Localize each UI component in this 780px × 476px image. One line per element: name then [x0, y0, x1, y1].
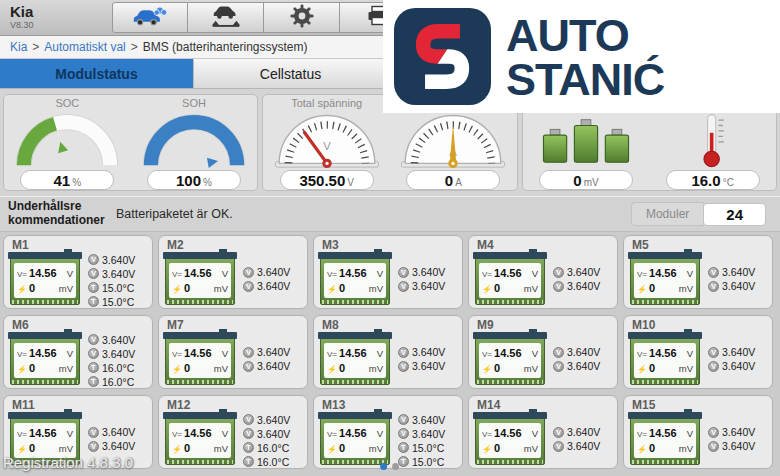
module-card[interactable]: M2 V= 14.56 V ⚡ 0 mV V3.640VV3.6: [158, 235, 308, 309]
module-current-unit: mV: [369, 363, 383, 374]
soh-value-box: 100 %: [147, 170, 241, 190]
module-name: M11: [8, 398, 148, 413]
module-current-row: ⚡ 0 mV: [637, 282, 693, 294]
module-name: M13: [318, 398, 458, 413]
module-readout: V= 14.56 V ⚡ 0 mV: [14, 263, 76, 298]
module-card[interactable]: M8 V= 14.56 V ⚡ 0 mV V3.640VV3.6: [313, 315, 463, 389]
lightning-bolt-icon: ⚡: [327, 285, 337, 294]
module-card[interactable]: M3 V= 14.56 V ⚡ 0 mV V3.640VV3.6: [313, 235, 463, 309]
module-card[interactable]: M5 V= 14.56 V ⚡ 0 mV V3.640VV3.6: [623, 235, 773, 309]
temp-max-icon: T: [88, 282, 99, 293]
module-voltage-row: V= 14.56 V: [172, 267, 228, 279]
module-stat-row: V3.640V: [243, 427, 303, 440]
module-stat-value: 3.640V: [722, 360, 755, 372]
busbar-icon: [318, 332, 392, 339]
page-dot-active[interactable]: [380, 463, 387, 470]
current-unit: A: [455, 177, 462, 188]
module-stat-value: 3.640V: [257, 280, 290, 292]
module-stat-value: 15.0°C: [102, 296, 134, 308]
module-voltage-row: V= 14.56 V: [637, 347, 693, 359]
module-voltage-row: V= 14.56 V: [327, 347, 383, 359]
total-voltage-unit: V: [347, 177, 354, 188]
breadcrumb-section[interactable]: Automatiskt val: [44, 40, 125, 54]
battery-module-image: V= 14.56 V ⚡ 0 mV: [630, 333, 700, 385]
module-stat-value: 3.640V: [722, 280, 755, 292]
module-stat-value: 3.640V: [412, 280, 445, 292]
registration-watermark: Registration 4.8.3.0: [3, 454, 133, 471]
lightning-bolt-icon: ⚡: [17, 365, 27, 374]
settings-button[interactable]: [264, 2, 340, 33]
module-card-body: V= 14.56 V ⚡ 0 mV V3.640VV3.640V: [163, 333, 303, 385]
module-current: 0: [29, 442, 35, 454]
module-stat-row: V3.640V: [398, 413, 458, 426]
cell-vmax-icon: V: [243, 414, 254, 425]
module-readout: V= 14.56 V ⚡ 0 mV: [634, 263, 696, 298]
module-current: 0: [494, 282, 500, 294]
module-stat-row: T15.0°C: [88, 295, 148, 308]
module-voltage-unit: V: [377, 268, 383, 279]
battery-module-image: V= 14.56 V ⚡ 0 mV: [475, 253, 545, 305]
breadcrumb-separator: >: [32, 40, 39, 54]
module-stat-row: V3.640V: [88, 347, 148, 360]
module-voltage: 14.56: [184, 267, 212, 279]
module-card[interactable]: M14 V= 14.56 V ⚡ 0 mV V3.640VV3.: [468, 395, 618, 469]
page-dot[interactable]: [392, 463, 399, 470]
module-stats: V3.640VV3.640V: [235, 253, 303, 305]
module-stats: V3.640VV3.640VT16.0°CT16.0°C: [235, 413, 303, 468]
modules-count-value[interactable]: 24: [703, 203, 766, 226]
app-title: Kia: [10, 3, 112, 20]
module-grid: M1 V= 14.56 V ⚡ 0 mV V3.640VV3.6: [0, 232, 780, 472]
temperature-value-box: 16.0 °C: [666, 170, 760, 190]
tab-cellstatus[interactable]: Cellstatus: [194, 59, 388, 88]
module-stats: V3.640VV3.640V: [390, 253, 458, 305]
lightning-bolt-icon: ⚡: [17, 445, 27, 454]
temp-min-icon: T: [88, 296, 99, 307]
module-name: M2: [163, 238, 303, 253]
battery-module-image: V= 14.56 V ⚡ 0 mV: [165, 333, 235, 385]
module-voltage-row: V= 14.56 V: [482, 347, 538, 359]
stanic-s-mark-icon: [394, 8, 491, 105]
module-voltage: 14.56: [649, 267, 677, 279]
module-current-row: ⚡ 0 mV: [172, 362, 228, 374]
module-card[interactable]: M6 V= 14.56 V ⚡ 0 mV V3.640VV3.6: [3, 315, 153, 389]
module-stat-row: V3.640V: [553, 346, 613, 359]
module-card[interactable]: M1 V= 14.56 V ⚡ 0 mV V3.640VV3.6: [3, 235, 153, 309]
module-stats: V3.640VV3.640VT15.0°CT15.0°C: [390, 413, 458, 468]
cell-vmin-icon: V: [553, 361, 564, 372]
logo-line1: AUTO: [506, 14, 664, 58]
total-voltage-value: 350.50: [299, 172, 345, 189]
voltage-prefix: V=: [172, 350, 182, 359]
soh-value: 100: [176, 172, 201, 189]
module-name: M9: [473, 318, 613, 333]
module-current: 0: [649, 442, 655, 454]
module-current-row: ⚡ 0 mV: [327, 282, 383, 294]
module-card[interactable]: M15 V= 14.56 V ⚡ 0 mV V3.640VV3.: [623, 395, 773, 469]
module-card[interactable]: M9 V= 14.56 V ⚡ 0 mV V3.640VV3.6: [468, 315, 618, 389]
module-stat-row: V3.640V: [708, 426, 768, 439]
voltage-prefix: V=: [17, 430, 27, 439]
lightning-bolt-icon: ⚡: [482, 365, 492, 374]
soc-gauge: SOC 41 %: [4, 95, 131, 190]
vehicle-lift-button[interactable]: [188, 2, 264, 33]
temp-max-icon: T: [243, 442, 254, 453]
modules-counter: Moduler 24: [631, 202, 766, 226]
module-card[interactable]: M4 V= 14.56 V ⚡ 0 mV V3.640VV3.6: [468, 235, 618, 309]
module-stat-value: 3.640V: [257, 266, 290, 278]
module-current-row: ⚡ 0 mV: [482, 442, 538, 454]
module-voltage-row: V= 14.56 V: [17, 267, 73, 279]
battery-module-image: V= 14.56 V ⚡ 0 mV: [165, 413, 235, 465]
module-card[interactable]: M7 V= 14.56 V ⚡ 0 mV V3.640VV3.6: [158, 315, 308, 389]
vehicle-connect-button[interactable]: [112, 2, 188, 33]
battery-module-image: V= 14.56 V ⚡ 0 mV: [320, 333, 390, 385]
module-card[interactable]: M13 V= 14.56 V ⚡ 0 mV V3.640VV3.: [313, 395, 463, 469]
module-readout: V= 14.56 V ⚡ 0 mV: [14, 423, 76, 458]
lightning-bolt-icon: ⚡: [172, 285, 182, 294]
module-current-unit: mV: [679, 283, 693, 294]
module-card[interactable]: M12 V= 14.56 V ⚡ 0 mV V3.640VV3.: [158, 395, 308, 469]
breadcrumb-home[interactable]: Kia: [10, 40, 27, 54]
cell-vmax-icon: V: [553, 347, 564, 358]
module-card[interactable]: M10 V= 14.56 V ⚡ 0 mV V3.640VV3.: [623, 315, 773, 389]
tab-modulstatus[interactable]: Modulstatus: [0, 59, 194, 88]
module-stat-row: V3.640V: [553, 426, 613, 439]
module-voltage-unit: V: [67, 268, 73, 279]
